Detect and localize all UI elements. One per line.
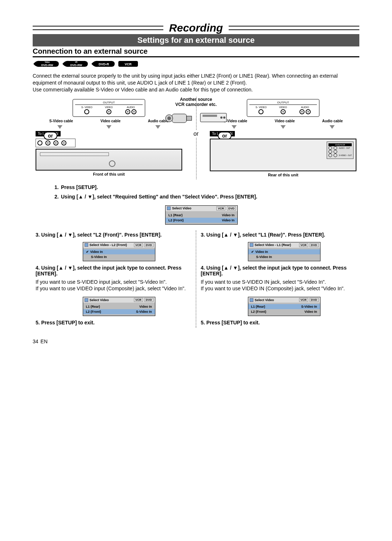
audio-l-jack-icon bbox=[125, 109, 130, 114]
label-video-cable: Video cable bbox=[101, 119, 121, 123]
camcorder-icon bbox=[164, 109, 193, 126]
check-icon: ✔ bbox=[251, 250, 254, 254]
svg-text:VR: VR bbox=[75, 61, 78, 63]
another-source-block: Another source VCR camcorder etc. bbox=[158, 97, 234, 127]
osd-row-selected: L2 (Front)Video In bbox=[166, 218, 237, 223]
media-badges: VideoDVD-RW VRDVD-RW DVD-R VCR bbox=[33, 60, 359, 67]
osd-left-3: Select Video - L2 (Front)VCRDVD ✔Video I… bbox=[83, 242, 155, 261]
svideo-jack-icon bbox=[84, 109, 89, 114]
check-icon: ✔ bbox=[86, 250, 89, 254]
unit-front-illustration bbox=[36, 149, 182, 171]
right-step-3: 3. Using [▲ / ▼], select "L1 (Rear)". Pr… bbox=[201, 232, 356, 238]
subheading: Connection to an external source bbox=[33, 47, 359, 57]
svg-text:Video: Video bbox=[45, 61, 50, 63]
step-2: 2.Using [▲ / ▼], select "Required Settin… bbox=[54, 194, 359, 200]
svg-point-9 bbox=[167, 116, 171, 120]
svg-point-14 bbox=[223, 116, 225, 119]
svg-text:DVD-R: DVD-R bbox=[99, 62, 109, 66]
osd-row: L1 (Rear)Video In bbox=[166, 213, 237, 218]
left-step-5: 5. Press [SETUP] to exit. bbox=[36, 320, 191, 325]
connection-diagram: OUTPUT S- VIDEO VIDEO AUDIO or S-Video c… bbox=[33, 98, 359, 178]
badge-dvd-rw-video: VideoDVD-RW bbox=[33, 60, 60, 67]
arrow-down-icon bbox=[57, 125, 62, 129]
svg-point-13 bbox=[220, 116, 222, 119]
or-badge-left: or bbox=[44, 132, 57, 140]
center-or: or bbox=[192, 130, 200, 138]
osd-select-video-top: Select VideoVCRDVD L1 (Rear)Video In L2 … bbox=[165, 205, 238, 225]
page-number: 34EN bbox=[33, 339, 359, 344]
audio-r-jack-icon bbox=[131, 109, 136, 114]
arrow-down-icon bbox=[106, 125, 111, 129]
steps-top: 1.Press [SETUP]. 2.Using [▲ / ▼], select… bbox=[33, 184, 359, 227]
left-step-4: 4. Using [▲ / ▼], select the input jack … bbox=[36, 265, 191, 276]
svg-rect-10 bbox=[187, 116, 192, 120]
source-output-panel-left: OUTPUT S- VIDEO VIDEO AUDIO bbox=[73, 99, 145, 117]
right-column: 3. Using [▲ / ▼], select "L1 (Rear)". Pr… bbox=[198, 230, 359, 328]
right-step-4: 4. Using [▲ / ▼], select the input jack … bbox=[201, 265, 356, 276]
osd-left-4: Select VideoVCRDVD L1 (Rear)Video In L2 … bbox=[83, 297, 155, 316]
osd-right-3: Select Video - L1 (Rear)VCRDVD ✔Video In… bbox=[248, 242, 320, 261]
svg-rect-11 bbox=[200, 113, 226, 122]
front-input-jacks bbox=[36, 139, 75, 147]
vcr-device-icon bbox=[199, 109, 228, 126]
svg-text:VCR: VCR bbox=[124, 62, 132, 66]
osd-right-4: Select VideoVCRDVD L1 (Rear)S-Video In L… bbox=[248, 297, 320, 316]
svg-rect-7 bbox=[172, 114, 187, 123]
rear-caption: Rear of this unit bbox=[210, 173, 356, 177]
osd-icon bbox=[167, 206, 171, 210]
left-column: 3. Using [▲ / ▼], select "L2 (Front)". P… bbox=[33, 230, 194, 328]
right-step-5: 5. Press [SETUP] to exit. bbox=[201, 320, 356, 325]
section-bar: Settings for an external source bbox=[33, 34, 359, 46]
left-step-3: 3. Using [▲ / ▼], select "L2 (Front)". P… bbox=[36, 232, 191, 238]
label-svideo-cable: S-Video cable bbox=[49, 119, 73, 123]
right-step-4-body: If you want to use S-VIDEO IN jack, sele… bbox=[201, 279, 356, 292]
chapter-title-banner: Recording bbox=[33, 22, 359, 34]
badge-dvd-rw-vr: VRDVD-RW bbox=[62, 60, 89, 67]
unit-rear-illustration: DVD/VCR AUDIO - OUT S-VIDEO - OUT bbox=[210, 139, 356, 171]
source-output-panel-right: OUTPUT S- VIDEO VIDEO AUDIO bbox=[247, 99, 319, 117]
front-caption: Front of this unit bbox=[36, 172, 182, 176]
video-jack-icon bbox=[106, 109, 111, 114]
svg-text:DVD-RW: DVD-RW bbox=[70, 63, 82, 67]
chapter-title: Recording bbox=[165, 22, 227, 34]
badge-dvd-r: DVD-R bbox=[91, 60, 115, 67]
column-divider bbox=[196, 230, 196, 328]
badge-vcr: VCR bbox=[118, 60, 139, 67]
svg-rect-12 bbox=[203, 115, 217, 117]
step-1: 1.Press [SETUP]. bbox=[54, 184, 359, 190]
svg-text:DVD-RW: DVD-RW bbox=[41, 63, 53, 67]
two-column-steps: 3. Using [▲ / ▼], select "L2 (Front)". P… bbox=[33, 230, 359, 328]
left-step-4-body: If you want to use S-VIDEO input jack, s… bbox=[36, 279, 191, 292]
intro-paragraph: Connect the external source properly to … bbox=[33, 73, 359, 93]
